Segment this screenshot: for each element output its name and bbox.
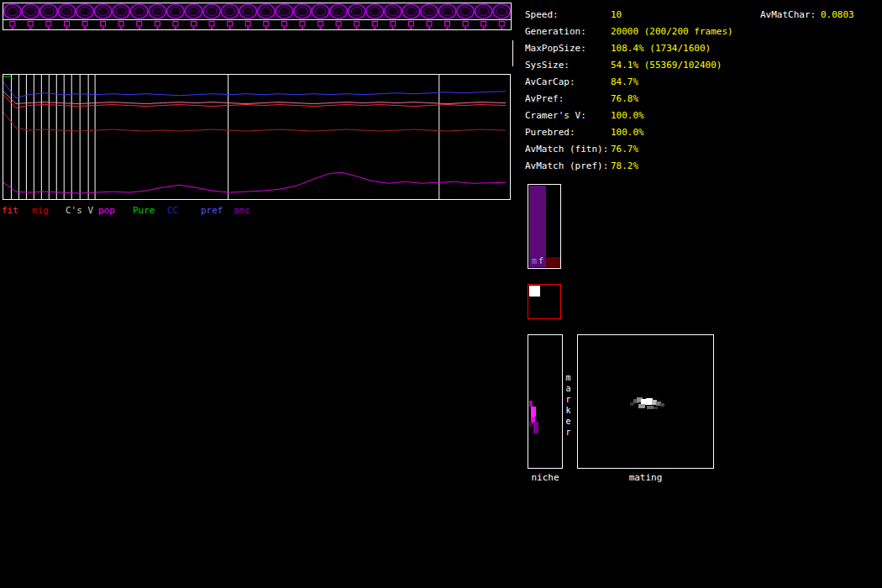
stat-value: 76.7% xyxy=(611,141,638,158)
stat-label: Purebred: xyxy=(525,124,611,141)
offspring-cell xyxy=(529,286,540,297)
stat-label: MaxPopSize: xyxy=(525,40,611,57)
stat-row: AvPref:76.8% xyxy=(525,91,752,108)
stat-label: AvMatch (pref): xyxy=(525,158,611,175)
legend-fit: fit xyxy=(2,205,18,216)
stat-row: Generation:20000 (200/200 frames) xyxy=(525,24,752,40)
legend-amc: amc xyxy=(234,205,250,216)
stat-row: AvMatch (pref):78.2% xyxy=(525,158,752,175)
legend-pop: pop xyxy=(98,205,115,216)
population-strip-canvas xyxy=(3,3,511,29)
history-graph xyxy=(3,74,511,200)
stat-row: MaxPopSize:108.4% (1734/1600) xyxy=(525,40,752,57)
sex-ratio-panel: m f xyxy=(528,184,561,269)
history-graph-canvas xyxy=(3,75,510,199)
legend-pure: Pure xyxy=(133,205,155,216)
mating-y-axis-label: marker xyxy=(564,373,573,438)
niche-pixels xyxy=(528,335,562,468)
niche-caption: niche xyxy=(528,472,563,483)
mating-matrix-pixels xyxy=(578,335,713,468)
stat-label: AvMatch (fitn): xyxy=(525,141,611,158)
offspring-pixels xyxy=(528,285,560,318)
mating-caption: mating xyxy=(577,472,714,483)
offspring-panel xyxy=(528,284,561,319)
niche-cell xyxy=(533,422,538,433)
mating-matrix-panel xyxy=(577,334,714,469)
stat-label: AvPref: xyxy=(525,91,611,108)
stat-row: AvCarCap:84.7% xyxy=(525,74,752,91)
female-label: f xyxy=(538,257,543,265)
stat-row: SysSize:54.1% (55369/102400) xyxy=(525,57,752,74)
mating-matrix-cell xyxy=(654,407,658,409)
stat-value: 10 xyxy=(611,7,622,24)
stat-value: 0.0803 xyxy=(821,7,854,24)
stat-value: 84.7% xyxy=(611,74,638,91)
stat-value: 20000 (200/200 frames) xyxy=(611,24,733,40)
mating-matrix-cell xyxy=(660,403,664,407)
sex-ratio-bar xyxy=(529,186,546,267)
legend-mig: mig xyxy=(32,205,49,216)
stat-label: Generation: xyxy=(525,24,611,40)
stat-value: 100.0% xyxy=(611,108,644,124)
niche-panel xyxy=(528,334,563,469)
stat-label: Cramer's V: xyxy=(525,108,611,124)
stat-value: 54.1% (55369/102400) xyxy=(611,57,722,74)
stat-label: AvMatChar: xyxy=(760,7,821,24)
stat-value: 76.8% xyxy=(611,91,638,108)
stat-label: SysSize: xyxy=(525,57,611,74)
population-strip xyxy=(3,3,512,30)
avmatchar-stat: AvMatChar: 0.0803 xyxy=(760,7,854,24)
stats-panel: Speed:10Generation:20000 (200/200 frames… xyxy=(525,7,752,175)
mating-matrix-cell xyxy=(638,404,645,408)
stat-row: Purebred:100.0% xyxy=(525,124,752,141)
legend-c-s-v: C's V xyxy=(66,205,93,216)
niche-cell xyxy=(529,401,533,407)
mating-matrix-cell xyxy=(647,406,654,409)
niche-cell xyxy=(529,422,532,427)
stat-row: AvMatch (fitn):76.7% xyxy=(525,141,752,158)
stat-value: 100.0% xyxy=(611,124,644,141)
stat-label: Speed: xyxy=(525,7,611,24)
strip-right-divider xyxy=(512,40,513,66)
stat-label: AvCarCap: xyxy=(525,74,611,91)
stat-row: Cramer's V:100.0% xyxy=(525,108,752,124)
legend-cc: CC xyxy=(167,205,178,216)
legend-pref: pref xyxy=(201,205,223,216)
stat-value: 108.4% (1734/1600) xyxy=(611,40,711,57)
graph-legend: fitmigC's VpopPureCCprefamc xyxy=(0,205,512,216)
stat-row: Speed:10 xyxy=(525,7,752,24)
sex-ratio-bar xyxy=(546,257,560,267)
stats-rows: Speed:10Generation:20000 (200/200 frames… xyxy=(525,7,752,175)
stat-value: 78.2% xyxy=(611,158,638,175)
niche-cell xyxy=(531,407,536,417)
male-label: m xyxy=(532,257,537,265)
